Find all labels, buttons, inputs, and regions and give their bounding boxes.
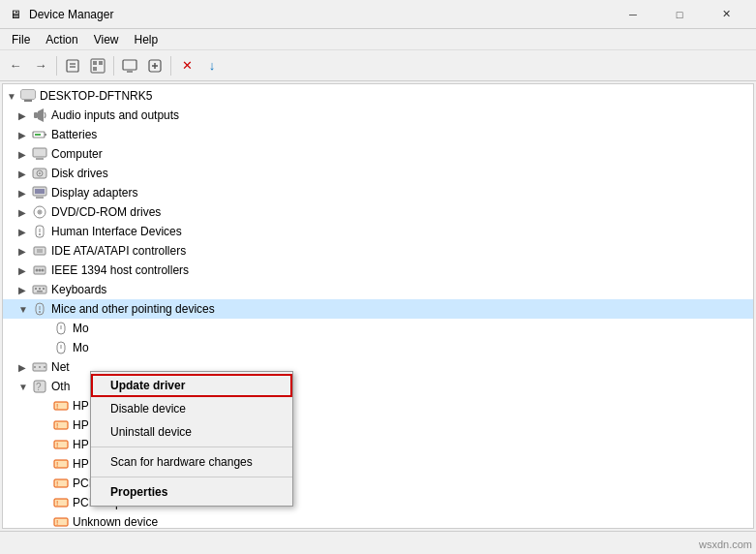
watermark: wsxdn.com xyxy=(699,539,752,550)
svg-rect-19 xyxy=(35,134,41,136)
svg-marker-16 xyxy=(38,108,44,122)
svg-point-38 xyxy=(36,269,39,272)
window-controls: ─ □ ✕ xyxy=(611,0,748,29)
svg-rect-44 xyxy=(43,288,45,290)
unknown-icon: ! xyxy=(53,514,69,529)
menu-view[interactable]: View xyxy=(86,31,127,48)
svg-point-39 xyxy=(39,269,42,272)
hp1-icon: ! xyxy=(53,398,69,414)
tree-display[interactable]: ▶ Display adapters xyxy=(3,183,753,202)
svg-point-55 xyxy=(39,366,41,368)
expand-icon: ▶ xyxy=(18,207,30,218)
battery-icon xyxy=(32,127,47,142)
app-icon: 🖥 xyxy=(8,7,23,22)
tree-keyboards[interactable]: ▶ Keyboards xyxy=(3,280,753,299)
device-tree[interactable]: ▼ DESKTOP-DFTNRK5 ▶ Audio inputs and out… xyxy=(2,83,754,529)
ctx-uninstall-device[interactable]: Uninstall device xyxy=(91,420,292,444)
svg-point-24 xyxy=(39,172,41,174)
expand-icon: ▶ xyxy=(18,362,30,373)
toolbar-forward[interactable]: → xyxy=(29,54,52,77)
menu-help[interactable]: Help xyxy=(127,31,166,48)
disk-label: Disk drives xyxy=(51,167,108,180)
tree-mouse2[interactable]: Mo xyxy=(3,338,753,357)
net-label: Net xyxy=(51,360,70,374)
menu-action[interactable]: Action xyxy=(38,31,85,48)
toolbar-remove[interactable]: ✕ xyxy=(175,54,198,77)
svg-text:!: ! xyxy=(56,402,58,411)
computer-icon xyxy=(20,88,36,104)
expand-icon: ▶ xyxy=(18,149,30,160)
toolbar-sep3 xyxy=(170,56,171,76)
tree-ieee[interactable]: ▶ IEEE 1394 host controllers xyxy=(3,261,753,280)
context-menu: Update driver Disable device Uninstall d… xyxy=(90,371,293,507)
tree-batteries[interactable]: ▶ Batteries xyxy=(3,125,753,144)
svg-text:!: ! xyxy=(56,479,58,488)
svg-point-56 xyxy=(44,366,45,368)
ctx-scan[interactable]: Scan for hardware changes xyxy=(91,450,292,474)
ctx-disable-device[interactable]: Disable device xyxy=(91,397,292,420)
pci-serial-icon: ! xyxy=(53,476,69,491)
other-icon: ? xyxy=(32,379,47,394)
toolbar-add[interactable]: ↓ xyxy=(200,54,224,77)
tree-dvd[interactable]: ▶ DVD/CD-ROM drives xyxy=(3,202,753,222)
toolbar-display[interactable] xyxy=(118,54,141,77)
toolbar-update-driver[interactable] xyxy=(86,54,109,77)
hid-icon xyxy=(32,224,47,239)
other-label: Oth xyxy=(51,380,70,393)
hp2-icon: ! xyxy=(53,417,69,433)
display-icon xyxy=(32,185,47,200)
display-label: Display adapters xyxy=(51,186,137,200)
window-title: Device Manager xyxy=(29,8,611,21)
tree-unknown[interactable]: ! Unknown device xyxy=(3,512,753,529)
hid-label: Human Interface Devices xyxy=(51,225,182,238)
svg-rect-43 xyxy=(39,288,41,290)
expand-icon: ▶ xyxy=(18,130,30,140)
toolbar-back[interactable]: ← xyxy=(4,54,27,77)
expand-icon: ▼ xyxy=(18,304,30,315)
tree-mouse1[interactable]: Mo xyxy=(3,319,753,338)
tree-audio[interactable]: ▶ Audio inputs and outputs xyxy=(3,106,753,125)
svg-rect-18 xyxy=(45,134,46,136)
ctx-update-driver[interactable]: Update driver xyxy=(91,374,292,397)
svg-rect-0 xyxy=(67,60,78,72)
expand-icon: ▶ xyxy=(18,246,30,257)
menu-file[interactable]: File xyxy=(4,31,38,48)
svg-rect-6 xyxy=(93,67,97,71)
svg-rect-45 xyxy=(37,291,43,292)
tree-ide[interactable]: ▶ IDE ATA/ATAPI controllers xyxy=(3,241,753,261)
svg-point-40 xyxy=(42,269,45,272)
toolbar-scan[interactable] xyxy=(143,54,166,77)
ieee-icon xyxy=(32,262,47,278)
svg-rect-4 xyxy=(93,61,97,65)
minimize-button[interactable]: ─ xyxy=(611,0,655,29)
tree-computer[interactable]: ▶ Computer xyxy=(3,144,753,164)
keyboards-label: Keyboards xyxy=(51,283,106,296)
ieee-label: IEEE 1394 host controllers xyxy=(51,263,189,277)
ctx-properties[interactable]: Properties xyxy=(91,480,292,504)
expand-icon: ▶ xyxy=(18,285,30,295)
toolbar-properties[interactable] xyxy=(61,54,84,77)
menu-bar: File Action View Help xyxy=(0,29,756,50)
svg-rect-5 xyxy=(99,61,103,65)
expand-icon: ▼ xyxy=(18,382,30,392)
svg-rect-7 xyxy=(123,60,136,70)
dvd-label: DVD/CD-ROM drives xyxy=(51,205,161,219)
main-content: ▼ DESKTOP-DFTNRK5 ▶ Audio inputs and out… xyxy=(0,81,756,531)
close-button[interactable]: ✕ xyxy=(704,0,748,29)
computer-label: Computer xyxy=(51,147,103,161)
svg-rect-42 xyxy=(35,288,37,290)
tree-hid[interactable]: ▶ Human Interface Devices xyxy=(3,222,753,241)
tree-mice[interactable]: ▼ Mice and other pointing devices xyxy=(3,299,753,319)
root-label: DESKTOP-DFTNRK5 xyxy=(40,89,152,103)
tree-disk[interactable]: ▶ Disk drives xyxy=(3,164,753,183)
maximize-button[interactable]: □ xyxy=(657,0,702,29)
unknown-label: Unknown device xyxy=(73,515,158,529)
svg-point-48 xyxy=(39,311,41,313)
disk-icon xyxy=(32,166,47,181)
audio-icon xyxy=(32,108,47,123)
net-icon xyxy=(32,359,47,375)
svg-rect-13 xyxy=(21,90,35,99)
svg-rect-20 xyxy=(33,148,46,157)
toolbar-sep2 xyxy=(113,56,114,76)
tree-root[interactable]: ▼ DESKTOP-DFTNRK5 xyxy=(3,86,753,106)
